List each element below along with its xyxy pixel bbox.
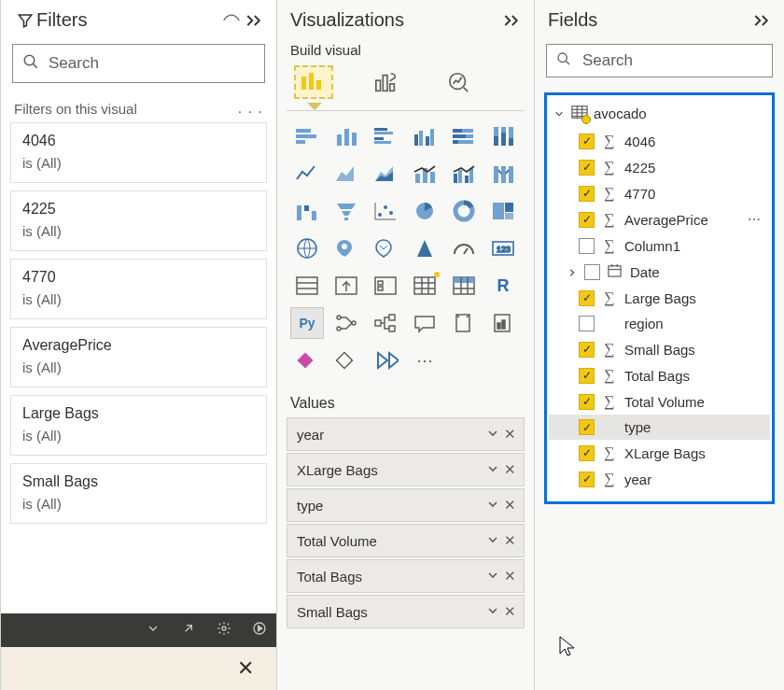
filters-search[interactable] <box>12 44 265 83</box>
field-checkbox[interactable]: ✓ <box>579 368 595 384</box>
field-row[interactable]: ✓∑4770 <box>549 180 770 206</box>
table-node-avocado[interactable]: avocado <box>549 99 770 128</box>
value-well[interactable]: year✕ <box>287 417 525 451</box>
field-checkbox[interactable]: ✓ <box>579 212 595 228</box>
popout-icon[interactable] <box>181 621 196 640</box>
clustered-bar-chart-icon[interactable] <box>369 120 402 152</box>
filter-card[interactable]: 4225is (All) <box>10 190 267 251</box>
filter-card[interactable]: AveragePriceis (All) <box>10 327 267 387</box>
field-row[interactable]: ✓∑year <box>549 466 770 492</box>
field-checkbox[interactable]: ✓ <box>579 445 595 461</box>
filter-card[interactable]: 4046is (All) <box>10 122 267 183</box>
collapse-pane-icon[interactable] <box>243 13 265 28</box>
fields-search-input[interactable] <box>582 51 764 70</box>
field-row[interactable]: ✓∑AveragePrice⋯ <box>549 206 770 232</box>
value-well[interactable]: Total Bags✕ <box>287 559 525 593</box>
fields-search[interactable] <box>546 44 773 77</box>
field-row[interactable]: ✓∑Large Bags <box>549 285 770 311</box>
remove-field-icon[interactable]: ✕ <box>504 532 516 549</box>
field-row[interactable]: Date <box>549 259 770 285</box>
format-visual-tab[interactable] <box>367 65 406 99</box>
filter-card[interactable]: Large Bagsis (All) <box>10 395 267 456</box>
field-row[interactable]: ✓∑Total Bags <box>549 362 770 388</box>
field-checkbox[interactable]: ✓ <box>579 472 595 487</box>
line-stacked-column-icon[interactable] <box>408 158 441 190</box>
filter-card[interactable]: 4770is (All) <box>10 259 267 319</box>
power-apps-icon[interactable] <box>290 345 324 376</box>
stacked-bar-chart-icon[interactable] <box>290 120 324 152</box>
field-row[interactable]: ∑Column1 <box>549 232 770 259</box>
filter-card[interactable]: Small Bagsis (All) <box>10 463 267 524</box>
multirow-card-icon[interactable] <box>290 270 324 302</box>
key-influencers-icon[interactable] <box>329 307 363 339</box>
remove-field-icon[interactable]: ✕ <box>504 426 516 443</box>
field-checkbox[interactable] <box>579 238 595 254</box>
play-icon[interactable] <box>252 621 267 640</box>
gear-icon[interactable] <box>217 621 231 640</box>
hundred-stacked-bar-icon[interactable] <box>447 120 481 152</box>
value-well[interactable]: type✕ <box>287 488 525 522</box>
field-row[interactable]: ✓∑4225 <box>549 154 770 180</box>
remove-field-icon[interactable]: ✕ <box>504 497 516 514</box>
more-options-icon[interactable]: . . . <box>238 100 263 117</box>
r-visual-icon[interactable]: R <box>486 270 520 302</box>
close-icon[interactable]: ✕ <box>237 656 254 681</box>
chevron-down-icon[interactable] <box>487 461 498 478</box>
filled-map-icon[interactable] <box>329 232 363 264</box>
show-hide-icon[interactable] <box>220 14 243 27</box>
get-more-visuals-icon[interactable] <box>369 345 402 376</box>
stacked-column-chart-icon[interactable] <box>329 120 363 152</box>
field-row[interactable]: region <box>549 311 770 336</box>
field-checkbox[interactable] <box>579 316 595 331</box>
chevron-down-icon[interactable] <box>487 568 498 584</box>
scatter-chart-icon[interactable] <box>369 195 402 227</box>
hundred-stacked-column-icon[interactable] <box>486 120 520 152</box>
decomposition-tree-icon[interactable] <box>369 307 402 339</box>
field-row[interactable]: ✓type <box>549 415 770 440</box>
field-row[interactable]: ✓∑Total Volume <box>549 388 770 415</box>
field-checkbox[interactable] <box>584 264 600 280</box>
donut-chart-icon[interactable] <box>447 195 481 227</box>
python-visual-icon[interactable]: Py <box>290 307 324 339</box>
value-well[interactable]: Small Bags✕ <box>287 595 525 628</box>
power-automate-icon[interactable] <box>329 345 363 376</box>
qa-visual-icon[interactable] <box>408 307 441 339</box>
stacked-area-chart-icon[interactable] <box>369 158 402 190</box>
area-chart-icon[interactable] <box>329 158 363 190</box>
ribbon-chart-icon[interactable] <box>486 158 520 190</box>
line-chart-icon[interactable] <box>290 158 324 190</box>
paginated-report-icon[interactable] <box>486 307 520 339</box>
remove-field-icon[interactable]: ✕ <box>504 461 516 478</box>
chevron-down-icon[interactable] <box>487 497 498 514</box>
azure-map-icon[interactable] <box>408 232 441 264</box>
shape-map-icon[interactable] <box>369 232 402 264</box>
field-checkbox[interactable]: ✓ <box>579 186 595 202</box>
field-row[interactable]: ✓∑XLarge Bags <box>549 440 770 466</box>
field-row[interactable]: ✓∑Small Bags <box>549 336 770 362</box>
pie-chart-icon[interactable] <box>408 195 441 227</box>
matrix-icon[interactable] <box>447 270 481 302</box>
chevron-right-icon[interactable] <box>567 264 577 280</box>
analytics-tab[interactable] <box>440 65 479 99</box>
chevron-down-icon[interactable] <box>487 532 498 549</box>
remove-field-icon[interactable]: ✕ <box>504 603 516 620</box>
card-icon[interactable]: 123 <box>486 232 520 264</box>
field-checkbox[interactable]: ✓ <box>579 134 595 149</box>
field-checkbox[interactable]: ✓ <box>579 290 595 306</box>
clustered-column-chart-icon[interactable] <box>408 120 441 152</box>
collapse-down-icon[interactable] <box>146 621 161 640</box>
field-checkbox[interactable]: ✓ <box>579 394 595 410</box>
waterfall-chart-icon[interactable] <box>290 195 324 227</box>
map-icon[interactable] <box>290 232 324 264</box>
field-checkbox[interactable]: ✓ <box>579 419 595 435</box>
kpi-icon[interactable] <box>329 270 363 302</box>
value-well[interactable]: XLarge Bags✕ <box>287 453 525 486</box>
gauge-icon[interactable] <box>447 232 481 264</box>
more-visuals-ellipsis-icon[interactable]: ⋯ <box>408 345 441 376</box>
field-checkbox[interactable]: ✓ <box>579 160 595 176</box>
table-icon[interactable] <box>408 270 441 302</box>
remove-field-icon[interactable]: ✕ <box>504 568 516 584</box>
collapse-viz-icon[interactable] <box>500 13 523 28</box>
value-well[interactable]: Total Volume✕ <box>287 524 525 557</box>
chevron-down-icon[interactable] <box>487 603 498 620</box>
